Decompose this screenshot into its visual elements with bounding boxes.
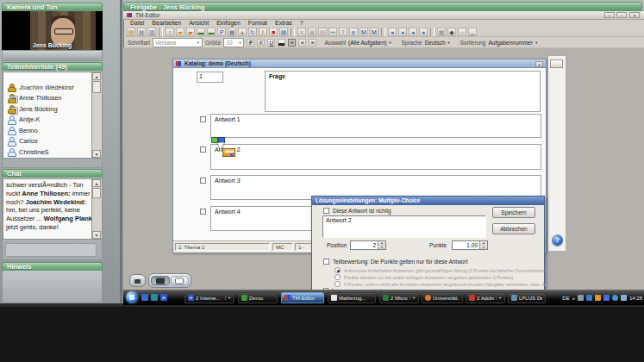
score-option-1-radio[interactable] [335,267,341,273]
taskbar-button-internet[interactable]: e2 Interne...▼ [184,292,234,303]
list-item[interactable]: Jens Bücking [3,103,101,115]
save-icon[interactable]: ▥ [147,28,156,36]
security-tray-icon[interactable] [595,295,601,301]
document-close-icon[interactable]: × [535,61,543,67]
book-open-icon[interactable]: ▬ [207,28,216,36]
italic-button[interactable]: K [257,39,265,47]
paste-icon[interactable]: ▨ [318,28,327,36]
grid-icon[interactable]: ▦ [228,28,236,36]
font-color-button[interactable] [278,39,285,47]
nav-first-icon[interactable]: ● [388,28,397,36]
scroll-up-icon[interactable]: ▲ [92,72,101,80]
stepper-arrows[interactable]: ▲▼ [378,241,385,249]
list-item[interactable]: ChristineS [3,147,101,158]
selection-dropdown[interactable]: (Alle Aufgaben) [348,40,391,46]
stats-icon[interactable]: ▂ [468,28,477,36]
ie-quicklaunch-icon[interactable]: e [160,294,167,301]
folder-new-icon[interactable]: ▰ [186,28,195,36]
display-tray-icon[interactable] [578,295,584,301]
camera-pod-header[interactable]: Kamera und Ton [2,3,103,11]
taskbar-button-tm-editor[interactable]: TM-Editor [281,292,324,303]
table-icon[interactable]: ▤ [279,28,288,36]
answer-text-field[interactable]: Antwort 2 [322,215,486,238]
answer-1-field[interactable]: Antwort 1 [210,114,541,138]
chat-pod-header[interactable]: Chat [2,169,103,178]
bold-button[interactable]: F [247,39,254,47]
menu-extras[interactable]: Extras [275,20,292,26]
full-screen-segment[interactable] [151,276,170,285]
list-item[interactable]: Joachim Wedekind [3,82,101,93]
correct-answer-checkbox[interactable] [323,208,329,214]
link-icon[interactable]: ↦ [328,28,337,36]
dialog-titlebar[interactable]: Lösungseinstellungen: Multiple-Choice [312,197,544,205]
binoculars-next-icon[interactable]: M [370,28,378,36]
nav-last-icon[interactable]: ● [419,28,428,36]
hint-pod-header[interactable]: Hinweis [2,262,103,271]
save-button[interactable]: Speichern [492,207,535,218]
font-select[interactable]: Verdana [153,38,203,47]
maximize-icon[interactable]: ▫ [616,12,627,18]
menu-datei[interactable]: Datei [130,20,144,26]
question-field[interactable]: Frage [265,71,541,112]
align-left-icon[interactable]: ≡ [288,39,296,47]
answer-4-checkbox[interactable] [200,209,206,215]
start-button[interactable] [126,291,138,303]
text-icon[interactable]: T [339,28,347,36]
scroll-up-icon[interactable]: ▲ [92,179,101,187]
binoculars-icon[interactable]: M [360,28,368,36]
preview-icon[interactable]: P [217,28,226,36]
taskbar-button-adobe[interactable]: 2 Adobe...▼ [466,292,505,303]
align-center-icon[interactable]: ≡ [298,39,306,47]
ie-icon[interactable]: e [349,28,358,36]
cancel-button[interactable]: Abbrechen [492,223,535,234]
media-icon[interactable]: ▦ [437,28,446,36]
chevron-down-icon[interactable]: ▼ [225,296,231,300]
points-stepper[interactable]: 1.00 ▲▼ [452,240,488,250]
menu-ansicht[interactable]: Ansicht [189,20,209,26]
cut-icon[interactable]: ✕ [297,28,306,36]
refresh-icon[interactable]: ↻ [248,28,257,36]
menu-format[interactable]: Format [248,20,267,26]
scrollbar-thumb[interactable] [92,81,101,93]
list-item[interactable]: Anne Thillosen [3,93,101,104]
taskbar-button-mathezug[interactable]: Mathezug... [328,292,376,303]
score-option-3-radio[interactable] [335,281,341,287]
participants-pod-header[interactable]: Teilnehmerliste (49) [2,62,103,71]
upload-icon[interactable]: ▲ [238,28,247,36]
export-icon[interactable]: ▱ [458,28,466,36]
chevron-down-icon[interactable]: ▼ [496,296,502,300]
spin-down-icon[interactable]: ▼ [480,246,487,250]
nav-prev-icon[interactable]: ● [398,28,407,36]
show-desktop-icon[interactable] [141,294,148,301]
list-item[interactable]: Carlos [3,136,101,147]
list-item[interactable]: Benno [3,125,101,136]
stepper-arrows[interactable]: ▲▼ [479,241,487,249]
chat-scrollbar[interactable]: ▲ ▼ [91,179,102,239]
list-item[interactable]: Antje-K [3,115,101,126]
language-dropdown[interactable]: Deutsch [425,40,451,46]
taskbar-button-lplus[interactable]: LPLUS De... [508,292,546,303]
messenger-tray-icon[interactable] [603,295,610,301]
language-indicator[interactable]: DE [562,296,569,301]
search-icon[interactable]: ○ [166,28,174,36]
minimize-icon[interactable]: – [604,12,615,18]
size-select[interactable]: 10 [223,38,244,47]
share-pod-header[interactable]: Freigabe - Jens Bücking [123,2,642,11]
underline-button[interactable]: U [267,39,275,47]
nav-next-icon[interactable]: ● [409,28,417,36]
question-number-cell[interactable]: 1 [197,72,223,83]
book-icon[interactable]: ▬ [197,28,205,36]
folder-catalog-icon[interactable]: ▰ [176,28,184,36]
tray-overflow-icon[interactable]: « [572,296,575,301]
help-icon[interactable]: ? [552,234,563,246]
switcher-icon[interactable] [151,294,158,301]
network-tray-icon[interactable] [586,295,592,301]
fit-view-segment[interactable] [171,276,190,285]
new-icon[interactable]: ▤ [127,28,135,36]
position-stepper[interactable]: 2 ▲▼ [350,240,386,250]
copy-icon[interactable]: ▣ [308,28,316,36]
answer-1-checkbox[interactable] [200,116,206,122]
clock[interactable]: 14:28 [629,296,642,301]
menu-einfuegen[interactable]: Einfügen [216,20,241,26]
sort-dropdown[interactable]: Aufgabennummer [488,40,538,46]
